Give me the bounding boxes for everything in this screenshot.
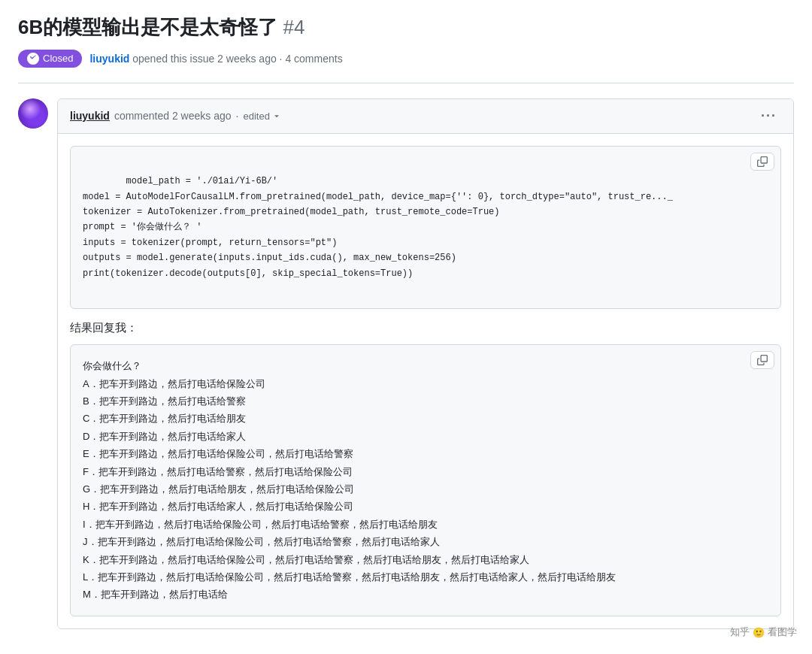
copy-output-button[interactable] (750, 351, 774, 369)
issue-meta: Closed liuyukid opened this issue 2 week… (18, 50, 794, 68)
watermark-suffix: 看图学 (768, 625, 797, 639)
watermark-icon: 🙂 (753, 627, 765, 638)
issue-number: #4 (283, 16, 304, 38)
copy-code-button[interactable] (750, 153, 774, 171)
status-text: Closed (43, 53, 73, 64)
edited-badge[interactable]: edited (243, 111, 280, 122)
check-circle-icon (27, 53, 39, 65)
avatar (18, 98, 48, 129)
comment-body: model_path = './01ai/Yi-6B/' model = Aut… (58, 134, 793, 628)
avatar-image (18, 98, 48, 129)
page-title: 6B的模型输出是不是太奇怪了 #4 (18, 15, 794, 41)
divider (18, 83, 794, 83)
comment-box: liuyukid commented 2 weeks ago · edited … (57, 98, 794, 629)
opened-text: opened this issue 2 weeks ago · 4 commen… (132, 53, 342, 65)
comment-header: liuyukid commented 2 weeks ago · edited … (58, 99, 793, 134)
copy-output-icon (757, 355, 768, 365)
edited-label: edited (243, 111, 269, 122)
comment-author[interactable]: liuyukid (70, 110, 110, 122)
output-content: 你会做什么？ A．把车开到路边，然后打电话给保险公司 B．把车开到路边，然后打电… (83, 357, 768, 603)
result-label: 结果回复我： (70, 321, 781, 335)
more-options-button[interactable]: ··· (756, 107, 781, 126)
comment-header-left: liuyukid commented 2 weeks ago · edited (70, 110, 281, 122)
dot-separator: · (236, 110, 239, 122)
watermark-text: 知乎 (730, 625, 750, 639)
comment-container: liuyukid commented 2 weeks ago · edited … (18, 98, 794, 629)
title-text: 6B的模型输出是不是太奇怪了 (18, 16, 277, 38)
comment-timestamp: commented 2 weeks ago (114, 110, 232, 122)
chevron-down-icon (272, 111, 281, 120)
status-badge: Closed (18, 50, 82, 68)
issue-meta-text: liuyukid opened this issue 2 weeks ago ·… (89, 53, 342, 65)
watermark: 知乎 🙂 看图学 (730, 625, 797, 639)
code-block: model_path = './01ai/Yi-6B/' model = Aut… (70, 146, 781, 310)
output-block: 你会做什么？ A．把车开到路边，然后打电话给保险公司 B．把车开到路边，然后打电… (70, 344, 781, 616)
code-content: model_path = './01ai/Yi-6B/' model = Aut… (83, 176, 673, 278)
author-link[interactable]: liuyukid (89, 53, 129, 65)
copy-icon (757, 156, 768, 167)
